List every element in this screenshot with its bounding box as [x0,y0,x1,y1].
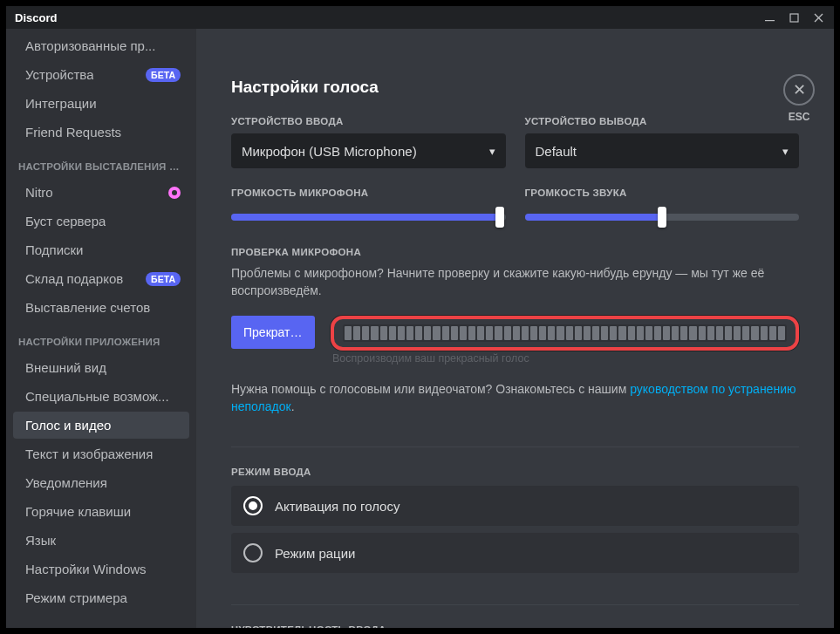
sidebar-item-appearance[interactable]: Внешний вид [13,354,189,381]
svg-rect-1 [790,14,798,22]
sidebar-item-accessibility[interactable]: Специальные возмож... [13,383,189,410]
help-text: Нужна помощь с голосовым или видеочатом?… [231,380,799,416]
input-mode-voice-activity[interactable]: Активация по голосу [231,486,799,526]
sidebar-item-text-images[interactable]: Текст и изображения [13,440,189,467]
input-volume-slider[interactable] [231,207,506,228]
sidebar-item-billing[interactable]: Выставление счетов [13,294,189,321]
settings-sidebar: Авторизованные пр... УстройстваБЕТА Инте… [6,29,196,628]
mic-test-label: ПРОВЕРКА МИКРОФОНА [231,247,799,257]
slider-thumb[interactable] [495,207,504,228]
radio-icon [243,543,263,562]
mic-level-meter [343,324,787,342]
close-icon: ✕ [783,74,815,106]
input-volume-label: ГРОМКОСТЬ МИКРОФОНА [231,187,506,198]
titlebar: Discord [6,6,834,29]
close-button[interactable] [806,9,830,26]
minimize-button[interactable] [757,9,782,26]
sidebar-item-voice-video[interactable]: Голос и видео [13,412,189,439]
input-mode-push-to-talk[interactable]: Режим рации [231,533,799,573]
sidebar-item-devices[interactable]: УстройстваБЕТА [13,61,189,88]
sidebar-header-app: НАСТРОЙКИ ПРИЛОЖЕНИЯ [6,323,196,352]
output-device-select[interactable]: Default ▾ [525,133,800,168]
sidebar-header-billing: НАСТРОЙКИ ВЫСТАВЛЕНИЯ СЧЕ [6,147,196,177]
sidebar-item-integrations[interactable]: Интеграции [13,90,189,117]
beta-badge: БЕТА [146,272,181,286]
sidebar-item-gift-inventory[interactable]: Склад подарковБЕТА [13,265,189,292]
app-title: Discord [15,11,57,24]
settings-content: ✕ ESC Настройки голоса УСТРОЙСТВО ВВОДА … [196,29,834,628]
output-volume-slider[interactable] [525,207,800,228]
mic-test-desc: Проблемы с микрофоном? Начните проверку … [231,264,799,300]
input-device-select[interactable]: Микрофон (USB Microphone) ▾ [231,133,506,168]
sidebar-item-keybinds[interactable]: Горячие клавиши [13,498,189,525]
chevron-down-icon: ▾ [782,145,789,158]
sidebar-item-authorized-apps[interactable]: Авторизованные пр... [13,32,189,59]
slider-thumb[interactable] [658,207,666,228]
sidebar-item-boost[interactable]: Буст сервера [13,208,189,235]
maximize-button[interactable] [782,9,806,26]
mic-test-button[interactable]: Прекратит... [231,316,315,349]
sidebar-item-nitro[interactable]: Nitro [13,179,189,206]
sensitivity-label: ЧУВСТВИТЕЛЬНОСТЬ ВВОДА [231,624,799,628]
svg-rect-0 [765,20,775,21]
radio-selected-icon [243,496,263,515]
sidebar-item-windows[interactable]: Настройки Windows [13,556,189,583]
input-device-label: УСТРОЙСТВО ВВОДА [231,116,506,126]
beta-badge: БЕТА [146,68,181,82]
mic-meter-highlight [331,316,799,351]
divider [231,604,799,605]
divider [231,447,799,447]
input-mode-label: РЕЖИМ ВВОДА [231,467,799,477]
sidebar-item-subscriptions[interactable]: Подписки [13,236,189,263]
sidebar-item-streamer[interactable]: Режим стримера [13,584,189,611]
output-device-label: УСТРОЙСТВО ВЫВОДА [525,116,800,126]
sidebar-item-friend-requests[interactable]: Friend Requests [13,119,189,146]
nitro-icon [168,187,181,199]
chevron-down-icon: ▾ [489,145,495,158]
sidebar-item-language[interactable]: Язык [13,527,189,554]
page-title: Настройки голоса [231,78,799,97]
sidebar-item-notifications[interactable]: Уведомления [13,469,189,496]
output-volume-label: ГРОМКОСТЬ ЗВУКА [525,187,800,198]
mic-test-caption: Воспроизводим ваш прекрасный голос [331,352,799,365]
close-settings-button[interactable]: ✕ ESC [783,74,815,123]
